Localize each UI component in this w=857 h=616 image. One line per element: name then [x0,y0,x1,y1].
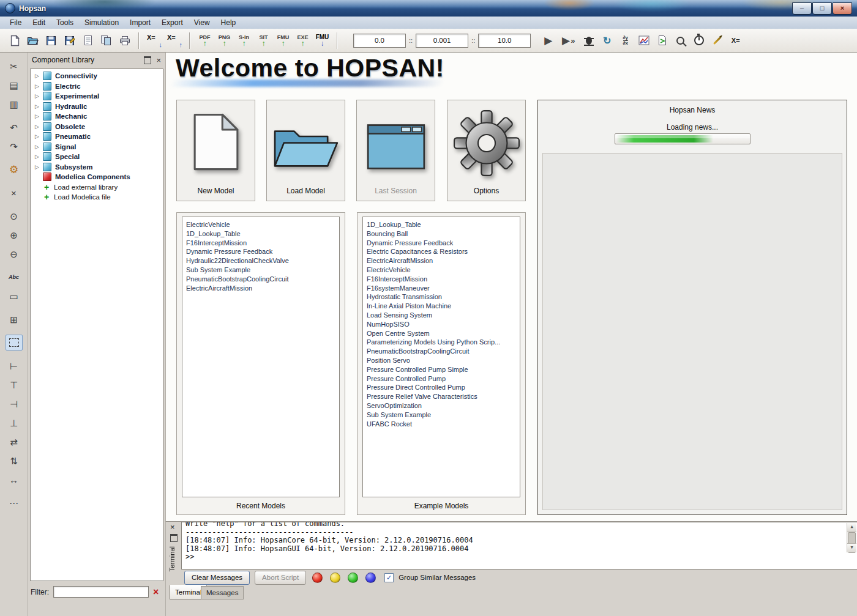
list-item[interactable]: Electric Capacitances & Resistors [367,247,520,256]
menu-import[interactable]: Import [124,17,156,28]
export-png-button[interactable]: PNG ↑ [215,31,233,50]
align-left-icon[interactable]: ⊢ [6,358,23,374]
expand-arrow-icon[interactable]: ▷ [35,103,43,109]
list-item[interactable]: 1D_Lookup_Table [186,229,339,239]
library-category[interactable]: ▷ Subsystem [31,162,163,173]
zoom-in-icon[interactable]: ⊕ [6,227,23,243]
expand-arrow-icon[interactable]: ▷ [35,133,43,139]
sensitivity-analysis-button[interactable]: ∂y ∂x [617,31,634,50]
time-step-field[interactable] [416,34,468,48]
paste-icon[interactable]: ▥ [6,96,23,112]
list-item[interactable]: ElectricVehicle [367,265,520,275]
list-item[interactable]: Position Servo [367,356,520,365]
cut-icon[interactable]: ✂ [6,58,23,74]
new-model-card[interactable]: New Model [176,100,255,201]
save-parameter-values-button[interactable]: X= ↑ [165,31,184,50]
library-item-load-modelica[interactable]: + Load Modelica file [31,192,163,202]
list-item[interactable]: ElectricAircraftMission [367,256,520,265]
distribute-horizontal-icon[interactable]: ⇄ [6,434,23,450]
list-item[interactable]: ServoOptimization [367,401,520,410]
flip-horizontal-icon[interactable]: ↔ [6,472,23,488]
library-category[interactable]: ▷ Mechanic [31,111,163,122]
clear-filter-icon[interactable]: × [153,587,159,597]
list-item[interactable]: Dynamic Pressure Feedback [186,247,339,256]
undock-panel-icon[interactable] [144,56,151,64]
zoom-original-icon[interactable]: ⊙ [6,208,23,224]
simulation-settings-gear-icon[interactable]: ⚙ [6,161,23,177]
titlebar[interactable]: Hopsan – □ × [0,0,857,17]
distribute-vertical-icon[interactable]: ⇅ [6,453,23,469]
print-model-button[interactable] [116,31,133,50]
list-item[interactable]: Pressure Relief Valve Characteristics [367,392,520,401]
disconnect-icon[interactable]: × [6,185,23,201]
simulate-and-plot-button[interactable]: ▶ » [558,31,578,50]
expand-arrow-icon[interactable]: ▷ [35,144,43,150]
list-item[interactable]: Pressure Direct Controlled Pump [367,383,520,392]
image-widget-icon[interactable]: ▭ [6,288,23,304]
clear-messages-button[interactable]: Clear Messages [184,571,250,585]
list-item[interactable]: F16InterceptMission [186,239,339,248]
menu-edit[interactable]: Edit [27,17,51,28]
library-category[interactable]: ▷ Special [31,152,163,162]
expand-arrow-icon[interactable]: ▷ [35,83,43,89]
last-session-card[interactable]: Last Session [356,100,435,201]
load-model-card[interactable]: Load Model [266,100,345,201]
menu-help[interactable]: Help [215,17,242,28]
list-item[interactable]: PneumaticBootstrapCoolingCircuit [367,347,520,356]
library-category[interactable]: ▷ Hydraulic [31,102,163,112]
copy-icon[interactable]: ▤ [6,77,23,93]
new-model-button[interactable] [6,31,23,50]
list-item[interactable]: Parameterizing Models Using Python Scrip… [367,338,520,347]
minimize-button[interactable]: – [792,2,812,15]
expand-arrow-icon[interactable]: ▷ [35,124,43,130]
list-item[interactable]: Pressure Controlled Pump Simple [367,365,520,374]
tab-messages[interactable]: Messages [201,586,244,599]
simulate-button[interactable]: ▶ [540,31,556,50]
import-fmu-button[interactable]: FMU ↓ [313,31,331,50]
menu-view[interactable]: View [189,17,215,28]
maximize-button[interactable]: □ [812,2,832,15]
export-sit-button[interactable]: SIT ↑ [255,31,272,50]
debug-simulation-button[interactable] [580,31,597,50]
export-s-in-button[interactable]: S-In ↑ [235,31,253,50]
close-panel-icon[interactable]: × [156,56,161,64]
group-messages-checkbox[interactable]: ✓ [384,573,394,582]
library-category[interactable]: ▷ Electric [31,81,163,92]
select-region-icon[interactable] [6,335,23,351]
abort-script-button[interactable]: Abort Script [255,571,306,585]
annotate-button[interactable] [709,31,725,50]
options-card[interactable]: Options [447,100,526,201]
list-item[interactable]: Sub System Example [367,410,520,420]
library-item-load-external[interactable]: + Load external library [31,182,163,193]
library-category[interactable]: ▷ Connectivity [31,71,163,81]
list-item[interactable]: PneumaticBootstrapCoolingCircuit [186,275,339,284]
expand-arrow-icon[interactable]: ▷ [35,113,43,119]
expand-arrow-icon[interactable]: ▷ [35,164,43,170]
expand-arrow-icon[interactable]: ▷ [35,73,43,79]
model-properties-button[interactable] [80,31,96,50]
list-item[interactable]: Hydraulic22DirectionalCheckValve [186,256,339,265]
library-category[interactable]: ▷ Experimental [31,91,163,102]
stop-time-field[interactable] [478,34,531,48]
script-button[interactable] [654,31,670,50]
start-time-field[interactable] [353,34,406,48]
duplicate-model-button[interactable] [98,31,114,50]
list-item[interactable]: Open Centre System [367,329,520,338]
list-item[interactable]: NumHopSISO [367,320,520,329]
expand-arrow-icon[interactable]: ▷ [35,93,43,99]
more-tools-icon[interactable]: ⋯ [6,495,23,511]
scroll-up-icon[interactable]: ▲ [847,523,856,532]
redo-icon[interactable]: ↷ [6,138,23,154]
library-category[interactable]: ▷ Signal [31,142,163,152]
terminal-output[interactable]: Write "help" for a list of commands.----… [181,522,857,570]
export-pdf-button[interactable]: PDF ↑ [196,31,214,50]
terminal-scrollbar[interactable]: ▲ ▼ [847,523,856,552]
open-model-button[interactable] [24,31,41,50]
show-error-messages-button[interactable] [311,571,324,584]
menu-file[interactable]: File [4,17,27,28]
expand-arrow-icon[interactable]: ▷ [35,154,43,160]
undo-icon[interactable]: ↶ [6,119,23,135]
show-warning-messages-button[interactable] [329,571,342,584]
export-fmu-button[interactable]: FMU ↑ [274,31,292,50]
list-item[interactable]: Sub System Example [186,265,339,275]
